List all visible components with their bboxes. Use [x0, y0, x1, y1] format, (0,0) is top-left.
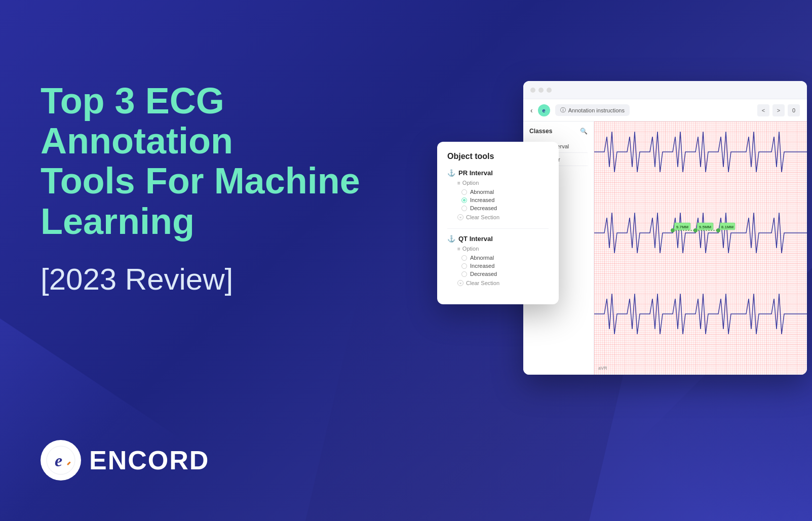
pr-interval-header: ⚓ PR Interval — [447, 169, 549, 177]
qt-clear-icon: × — [457, 280, 463, 286]
window-dot-1 — [530, 88, 535, 93]
qt-interval-section: ⚓ QT Interval Option Abnormal Increased … — [447, 235, 549, 286]
pr-abnormal-item[interactable]: Abnormal — [461, 189, 549, 195]
qt-interval-icon: ⚓ — [447, 235, 455, 243]
logo-text: eNCORD — [89, 445, 209, 475]
classes-header: Classes 🔍 — [529, 128, 588, 135]
ecg-signal: 9.7MM 9.5MM 8.1MM aVR — [594, 122, 807, 375]
pr-radio-group: Abnormal Increased Decreased — [461, 189, 549, 211]
pr-option-label: Option — [457, 180, 549, 186]
nav-prev-btn[interactable]: < — [757, 104, 769, 116]
qt-increased-label: Increased — [470, 263, 494, 269]
pr-clear-label: Clear Section — [466, 214, 499, 220]
hero-title: Top 3 ECG Annotation Tools For Machine L… — [41, 81, 395, 242]
logo-circle: e — [41, 440, 81, 480]
qt-increased-item[interactable]: Increased — [461, 263, 549, 269]
counter-display: 0 — [788, 104, 800, 116]
qt-interval-title: QT Interval — [458, 235, 493, 243]
svg-text:aVR: aVR — [598, 366, 607, 371]
object-tools-title: Object tools — [447, 152, 549, 161]
classes-title: Classes — [529, 128, 552, 135]
qt-abnormal-item[interactable]: Abnormal — [461, 255, 549, 261]
nav-next-btn[interactable]: > — [772, 104, 785, 116]
svg-text:8.1MM: 8.1MM — [721, 225, 734, 229]
logo-icon: e — [46, 445, 76, 475]
qt-clear-section[interactable]: × Clear Section — [457, 280, 549, 286]
window-dot-2 — [538, 88, 544, 93]
svg-text:e: e — [55, 451, 62, 470]
pr-abnormal-label: Abnormal — [470, 189, 494, 195]
qt-interval-header: ⚓ QT Interval — [447, 235, 549, 243]
screenshots-area: ‹ e ⓘ Annotation instructions < > 0 Clas… — [417, 61, 812, 456]
pr-clear-section[interactable]: × Clear Section — [457, 214, 549, 220]
back-button[interactable]: ‹ — [530, 106, 533, 114]
qt-option-label: Option — [457, 246, 549, 252]
qt-abnormal-label: Abnormal — [470, 255, 494, 261]
hero-subtitle: [2023 Review] — [41, 262, 395, 297]
qt-abnormal-radio[interactable] — [461, 255, 467, 261]
pr-interval-section: ⚓ PR Interval Option Abnormal Increased … — [447, 169, 549, 220]
qt-decreased-item[interactable]: Decreased — [461, 271, 549, 277]
pr-interval-icon: ⚓ — [447, 169, 455, 177]
qt-decreased-radio[interactable] — [461, 271, 467, 277]
hero-content: Top 3 ECG Annotation Tools For Machine L… — [41, 81, 395, 327]
pr-decreased-item[interactable]: Decreased — [461, 205, 549, 211]
logo-area: e eNCORD — [41, 440, 209, 480]
pr-decreased-radio[interactable] — [461, 206, 467, 211]
qt-decreased-label: Decreased — [470, 271, 497, 277]
info-icon: ⓘ — [560, 106, 566, 114]
window-header — [523, 81, 807, 99]
ecg-window: ‹ e ⓘ Annotation instructions < > 0 Clas… — [523, 81, 807, 375]
pr-clear-icon: × — [457, 214, 463, 220]
qt-increased-radio[interactable] — [461, 263, 467, 269]
svg-text:9.5MM: 9.5MM — [699, 225, 712, 229]
ecg-chart: 9.7MM 9.5MM 8.1MM aVR — [594, 122, 807, 375]
object-tools-panel: Object tools ⚓ PR Interval Option Abnorm… — [437, 142, 559, 304]
ecg-toolbar: ‹ e ⓘ Annotation instructions < > 0 — [523, 99, 807, 122]
pr-increased-radio[interactable] — [461, 197, 467, 203]
section-divider — [447, 228, 549, 229]
toolbar-logo: e — [538, 104, 550, 116]
pr-abnormal-radio[interactable] — [461, 189, 467, 195]
nav-arrows: < > 0 — [757, 104, 800, 116]
svg-text:9.7MM: 9.7MM — [676, 225, 689, 229]
pr-increased-label: Increased — [470, 197, 494, 203]
search-icon[interactable]: 🔍 — [580, 128, 588, 135]
pr-interval-title: PR Interval — [458, 169, 493, 177]
qt-radio-group: Abnormal Increased Decreased — [461, 255, 549, 277]
qt-clear-label: Clear Section — [466, 280, 499, 286]
annotation-instructions-btn[interactable]: ⓘ Annotation instructions — [555, 104, 630, 116]
pr-increased-item[interactable]: Increased — [461, 197, 549, 203]
window-dot-3 — [547, 88, 552, 93]
pr-decreased-label: Decreased — [470, 205, 497, 211]
